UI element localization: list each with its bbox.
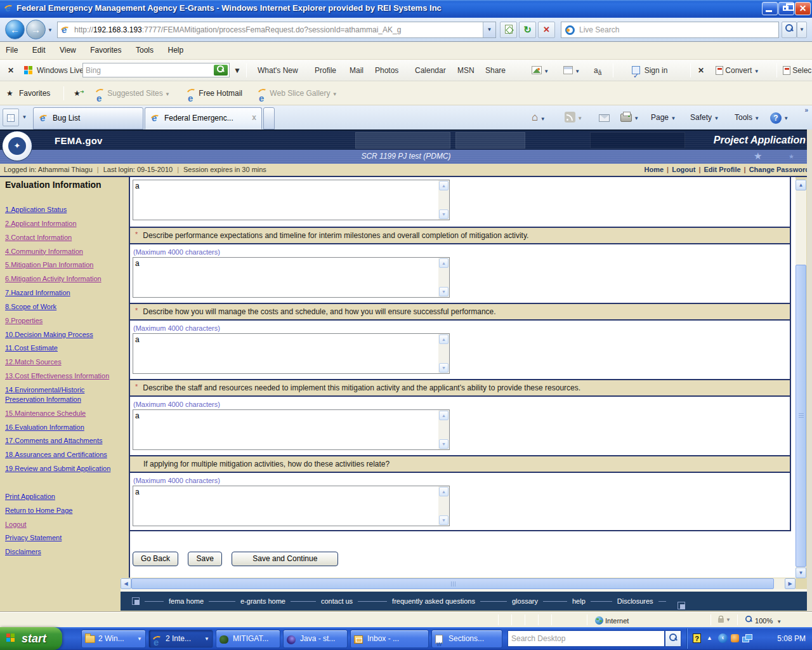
link-photos[interactable]: Photos: [375, 60, 398, 81]
recent-pages-dropdown[interactable]: ▼: [48, 27, 53, 33]
desktop-search-box[interactable]: [508, 630, 665, 647]
scroll-right-button[interactable]: ▶: [785, 578, 796, 589]
sidebar-link-cost-estimate[interactable]: 11.Cost Estimate: [5, 343, 124, 353]
textarea-scrollbar[interactable]: ▲▼: [438, 258, 449, 297]
footer-link-fema-home[interactable]: fema home: [169, 597, 204, 605]
home-link[interactable]: Home: [645, 166, 664, 173]
answer-textarea-5[interactable]: a: [134, 487, 438, 525]
sidebar-link-cost-effectiveness[interactable]: 13.Cost Effectiveness Information: [5, 371, 124, 381]
print-button[interactable]: ▼: [620, 109, 639, 126]
layout-tool-button[interactable]: ▼: [563, 60, 580, 81]
start-button[interactable]: start: [0, 627, 62, 650]
tray-expand-icon[interactable]: ▲: [707, 635, 712, 641]
desktop-search-input[interactable]: [511, 633, 660, 644]
sidebar-link-print-application[interactable]: Print Application: [5, 492, 124, 501]
minimize-button[interactable]: [762, 2, 778, 15]
textarea-scrollbar[interactable]: ▲▼: [438, 180, 449, 220]
scroll-down-icon[interactable]: ▼: [439, 363, 449, 373]
logout-link[interactable]: Logout: [672, 166, 695, 173]
url-dropdown[interactable]: ▼: [483, 22, 495, 37]
tray-reminder-icon[interactable]: [731, 634, 739, 642]
sidebar-link-return-home[interactable]: Return to Home Page: [5, 506, 124, 515]
page-menu-button[interactable]: Page ▼: [651, 109, 676, 126]
footer-link-contact-us[interactable]: contact us: [321, 597, 353, 605]
translate-button[interactable]: aā: [594, 60, 601, 81]
feeds-button[interactable]: ▼: [565, 109, 582, 126]
sidebar-link-environmental-historic[interactable]: 14.Environmental/Historic Preservation I…: [5, 385, 124, 404]
menu-tools[interactable]: Tools: [130, 42, 159, 58]
tab-list-dropdown[interactable]: ▼: [20, 109, 29, 126]
answer-textarea-4[interactable]: a: [134, 411, 438, 449]
link-whats-new[interactable]: What's New: [258, 60, 298, 81]
sidebar-link-review-submit[interactable]: 19.Review and Submit Application: [5, 464, 124, 474]
footer-link-faq[interactable]: frequently asked questions: [392, 597, 475, 605]
footer-link-egrants-home[interactable]: e-grants home: [240, 597, 285, 605]
close-button[interactable]: ✕: [795, 2, 811, 15]
sidebar-link-decision-making-process[interactable]: 10.Decision Making Process: [5, 330, 124, 340]
compatibility-view-button[interactable]: [500, 22, 517, 38]
scroll-up-button[interactable]: ▲: [796, 180, 806, 190]
sign-in-button[interactable]: Sign in: [632, 60, 667, 81]
sidebar-link-community-information[interactable]: 4.Community Information: [5, 247, 124, 256]
tray-app-icon[interactable]: ‹: [718, 633, 728, 643]
restore-button[interactable]: [778, 2, 794, 15]
tools-menu-button[interactable]: Tools ▼: [735, 109, 759, 126]
toolbar-close-icon[interactable]: ✕: [8, 60, 14, 81]
scroll-down-icon[interactable]: ▼: [439, 209, 449, 219]
scroll-up-icon[interactable]: ▲: [439, 487, 449, 496]
new-tab-stub[interactable]: [263, 107, 275, 129]
url-field[interactable]: http://192.168.3.193:7777/FEMAMitigation…: [57, 22, 496, 38]
taskbar-button-sections[interactable]: Sections...: [431, 630, 502, 648]
zoom-control[interactable]: 100% ▼: [745, 615, 782, 625]
scroll-down-icon[interactable]: ▼: [439, 515, 449, 525]
edit-profile-link[interactable]: Edit Profile: [704, 166, 741, 173]
link-mail[interactable]: Mail: [350, 60, 363, 81]
forward-button[interactable]: →: [26, 20, 46, 39]
go-back-button[interactable]: Go Back: [133, 552, 178, 566]
scroll-up-icon[interactable]: ▲: [439, 181, 449, 190]
bing-search-input[interactable]: [86, 65, 209, 76]
scroll-up-icon[interactable]: ▲: [439, 335, 449, 344]
textarea-scrollbar[interactable]: ▲▼: [438, 334, 449, 373]
refresh-button[interactable]: ↻: [519, 22, 536, 38]
sidebar-link-application-status[interactable]: 1.Application Status: [5, 205, 124, 215]
footer-link-disclosures[interactable]: Disclosures: [617, 597, 653, 605]
save-and-continue-button[interactable]: Save and Continue: [232, 552, 338, 566]
taskbar-button-windows-group[interactable]: 2 Win...▼: [81, 630, 146, 648]
read-mail-button[interactable]: [599, 109, 610, 126]
sidebar-link-mitigation-plan-information[interactable]: 5.Mitigation Plan Information: [5, 260, 124, 270]
fema-gov-logo[interactable]: FEMA.gov: [55, 135, 103, 146]
live-search-box[interactable]: [561, 22, 779, 38]
select-button[interactable]: Selec: [783, 60, 811, 81]
taskbar-button-mitigat[interactable]: MITIGAT...: [216, 630, 280, 648]
footer-link-glossary[interactable]: glossary: [512, 597, 538, 605]
sidebar-link-mitigation-activity-information[interactable]: 6.Mitigation Activity Information: [5, 274, 124, 284]
vertical-scroll-thumb[interactable]: [796, 265, 806, 567]
back-button[interactable]: ←: [5, 20, 25, 39]
scroll-down-button[interactable]: ▼: [796, 567, 806, 578]
scroll-up-icon[interactable]: ▲: [439, 258, 449, 268]
menu-favorites[interactable]: Favorites: [84, 42, 127, 58]
sidebar-link-assurances-certifications[interactable]: 18.Assurances and Certifications: [5, 450, 124, 460]
overflow-chevron-icon[interactable]: »: [804, 107, 808, 114]
search-go-button[interactable]: [782, 22, 797, 38]
toolbar-close-icon-2[interactable]: ✕: [698, 60, 704, 81]
photos-tool-button[interactable]: ▼: [532, 60, 549, 81]
scroll-down-icon[interactable]: ▼: [439, 439, 449, 449]
taskbar-button-java[interactable]: Java - st...: [283, 630, 348, 648]
safety-menu-button[interactable]: Safety ▼: [690, 109, 719, 126]
sidebar-link-evaluation-information[interactable]: 16.Evaluation Information: [5, 423, 124, 432]
horizontal-scrollbar[interactable]: ◀ ▶: [121, 578, 796, 589]
taskbar-button-inbox[interactable]: Inbox - ...: [350, 630, 429, 648]
textarea-scrollbar[interactable]: ▲▼: [438, 410, 449, 449]
menu-help[interactable]: Help: [162, 42, 189, 58]
menu-view[interactable]: View: [54, 42, 82, 58]
answer-textarea-3[interactable]: a: [134, 335, 438, 373]
link-profile[interactable]: Profile: [315, 60, 336, 81]
answer-textarea-2[interactable]: a: [134, 258, 438, 296]
menu-file[interactable]: File: [0, 42, 23, 58]
search-options-dropdown[interactable]: ▼: [797, 22, 807, 38]
bing-search-button[interactable]: [214, 65, 228, 76]
suggested-sites-button[interactable]: Suggested Sites ▼: [95, 81, 170, 105]
link-msn[interactable]: MSN: [457, 60, 475, 81]
